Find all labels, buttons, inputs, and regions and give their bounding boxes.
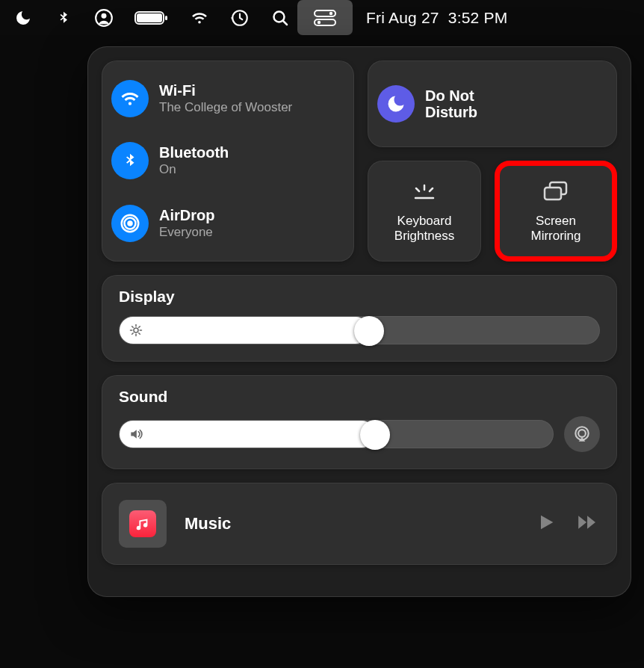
wifi-icon — [111, 80, 149, 117]
sound-slider-fill — [120, 421, 375, 448]
music-app-icon — [129, 510, 156, 537]
sound-card: Sound — [102, 375, 617, 469]
bluetooth-text: Bluetooth On — [159, 144, 229, 177]
brightness-icon — [129, 323, 143, 338]
bluetooth-icon[interactable] — [54, 8, 73, 28]
svg-point-8 — [329, 11, 332, 14]
do-not-disturb-icon[interactable] — [13, 8, 33, 28]
wifi-text: Wi-Fi The College of Wooster — [159, 82, 292, 115]
wifi-row[interactable]: Wi-Fi The College of Wooster — [111, 75, 340, 122]
display-slider[interactable] — [119, 316, 600, 344]
volume-icon — [129, 427, 143, 442]
display-slider-thumb[interactable] — [354, 316, 384, 346]
svg-rect-3 — [137, 13, 162, 22]
sound-slider-thumb[interactable] — [360, 420, 390, 450]
bluetooth-sublabel: On — [159, 162, 229, 177]
moon-icon — [377, 85, 415, 123]
svg-point-1 — [102, 13, 107, 18]
airdrop-label: AirDrop — [159, 207, 214, 223]
svg-line-26 — [139, 333, 140, 335]
battery-icon[interactable] — [134, 8, 169, 28]
svg-line-16 — [416, 188, 419, 191]
airdrop-icon — [111, 205, 149, 242]
menubar: Fri Aug 27 3:52 PM — [0, 0, 644, 35]
svg-line-27 — [132, 333, 134, 335]
right-column: Do Not Disturb Keyboard Brightness — [368, 61, 617, 262]
screen-mirroring-label: Screen Mirroring — [530, 214, 580, 243]
screen-mirroring-line-2: Mirroring — [530, 229, 580, 243]
play-controls — [536, 512, 600, 536]
do-not-disturb-card[interactable]: Do Not Disturb — [368, 61, 617, 147]
now-playing-card[interactable]: Music — [102, 483, 617, 565]
screen-mirroring-line-1: Screen — [536, 214, 576, 228]
svg-rect-4 — [165, 16, 167, 20]
svg-point-11 — [127, 220, 133, 226]
airdrop-sublabel: Everyone — [159, 225, 214, 240]
menubar-status-icons — [13, 8, 290, 28]
wifi-label: Wi-Fi — [159, 82, 292, 99]
search-icon[interactable] — [270, 8, 290, 28]
top-row: Wi-Fi The College of Wooster Bluetooth O… — [102, 61, 617, 262]
svg-point-10 — [318, 20, 321, 23]
music-title: Music — [185, 514, 518, 534]
wifi-icon[interactable] — [190, 8, 209, 28]
connectivity-card: Wi-Fi The College of Wooster Bluetooth O… — [102, 61, 354, 262]
sound-slider[interactable] — [119, 420, 554, 448]
svg-line-28 — [139, 327, 140, 328]
svg-line-25 — [132, 327, 134, 328]
play-icon[interactable] — [536, 512, 557, 536]
display-slider-fill — [120, 317, 369, 344]
keyboard-brightness-line-1: Keyboard — [397, 214, 452, 228]
airplay-audio-button[interactable] — [564, 416, 600, 452]
small-tiles: Keyboard Brightness Screen Mirroring — [368, 161, 617, 262]
bluetooth-icon — [111, 142, 149, 179]
svg-rect-19 — [545, 188, 561, 200]
user-icon[interactable] — [94, 8, 114, 28]
next-icon[interactable] — [573, 513, 600, 535]
dnd-line-1: Do Not — [425, 87, 477, 104]
svg-point-20 — [134, 328, 138, 333]
control-center-panel: Wi-Fi The College of Wooster Bluetooth O… — [87, 46, 631, 597]
time-machine-icon[interactable] — [230, 8, 250, 28]
airdrop-row[interactable]: AirDrop Everyone — [111, 200, 340, 247]
dnd-text: Do Not Disturb — [425, 87, 477, 120]
keyboard-brightness-line-2: Brightness — [394, 229, 454, 243]
airdrop-text: AirDrop Everyone — [159, 207, 214, 240]
keyboard-brightness-icon — [409, 176, 439, 206]
bluetooth-label: Bluetooth — [159, 144, 229, 161]
svg-point-30 — [578, 430, 586, 437]
screen-mirroring-card[interactable]: Screen Mirroring — [495, 161, 617, 262]
wifi-sublabel: The College of Wooster — [159, 100, 292, 115]
svg-line-17 — [430, 188, 433, 191]
dnd-line-2: Disturb — [425, 104, 477, 120]
control-center-button[interactable] — [297, 0, 353, 35]
screen-mirroring-icon — [541, 176, 571, 206]
display-card: Display — [102, 275, 617, 362]
bluetooth-row[interactable]: Bluetooth On — [111, 137, 340, 184]
menubar-clock[interactable]: Fri Aug 27 3:52 PM — [366, 9, 507, 27]
sound-title: Sound — [119, 388, 600, 406]
keyboard-brightness-label: Keyboard Brightness — [394, 214, 454, 243]
keyboard-brightness-card[interactable]: Keyboard Brightness — [368, 161, 481, 262]
music-artwork — [119, 500, 167, 548]
display-title: Display — [119, 288, 600, 306]
